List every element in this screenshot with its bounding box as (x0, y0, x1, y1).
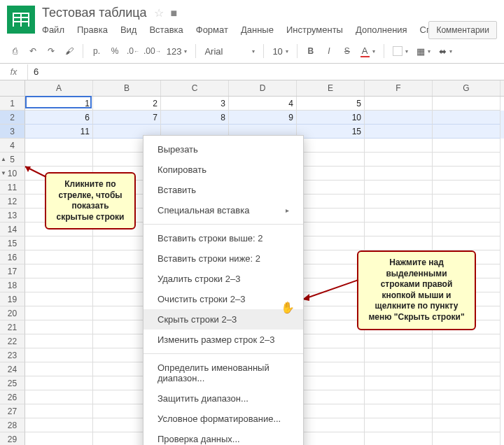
cell-A2[interactable]: 6 (25, 111, 93, 125)
comments-button[interactable]: Комментарии (428, 21, 497, 39)
row-header-10[interactable]: 10▼ (0, 167, 25, 181)
cell-F3[interactable] (365, 125, 433, 139)
cell-E25[interactable] (297, 376, 365, 390)
merge-dropdown[interactable]: ⬌▾ (436, 46, 455, 57)
ctx-условное-форматирование-[interactable]: Условное форматирование... (144, 409, 303, 429)
ctx-проверка-данных-[interactable]: Проверка данных... (144, 429, 303, 445)
percent-button[interactable]: % (107, 43, 122, 59)
cell-F22[interactable] (365, 334, 433, 348)
cell-F12[interactable] (365, 195, 433, 209)
dec-decrease-button[interactable]: .0← (125, 43, 141, 59)
col-header-C[interactable]: C (161, 80, 229, 96)
menu-вставка[interactable]: Вставка (149, 24, 183, 35)
cell-C1[interactable]: 3 (161, 97, 229, 111)
borders-dropdown[interactable]: ▦▾ (414, 46, 433, 57)
cell-E23[interactable] (297, 348, 365, 362)
cell-A24[interactable] (25, 362, 93, 376)
row-header-2[interactable]: 2 (0, 111, 25, 125)
cell-A18[interactable] (25, 278, 93, 292)
ctx-защитить-диапазон-[interactable]: Защитить диапазон... (144, 388, 303, 409)
cell-E24[interactable] (297, 362, 365, 376)
row-header-17[interactable]: 17 (0, 264, 25, 278)
cell-G2[interactable] (433, 111, 500, 125)
cell-E15[interactable] (297, 236, 365, 250)
cell-F5[interactable] (365, 153, 433, 167)
cell-E13[interactable] (297, 209, 365, 222)
cell-D1[interactable]: 4 (229, 97, 297, 111)
cell-G24[interactable] (433, 362, 500, 376)
cell-A29[interactable] (25, 432, 93, 445)
ctx-вырезать[interactable]: Вырезать (144, 139, 303, 160)
cell-A1[interactable]: 1 (25, 97, 93, 111)
cell-G10[interactable] (433, 167, 500, 181)
cell-A4[interactable] (25, 139, 93, 153)
ctx-определить-именованный-диапазон-[interactable]: Определить именованный диапазон... (144, 358, 303, 388)
cell-F14[interactable] (365, 222, 433, 236)
cell-E21[interactable] (297, 320, 365, 334)
row-header-4[interactable]: 4 (0, 139, 25, 153)
cell-G13[interactable] (433, 209, 500, 222)
cell-A27[interactable] (25, 404, 93, 418)
cell-G3[interactable] (433, 125, 500, 139)
cell-F27[interactable] (365, 404, 433, 418)
cell-E3[interactable]: 15 (297, 125, 365, 139)
cell-A22[interactable] (25, 334, 93, 348)
cell-G23[interactable] (433, 348, 500, 362)
row-header-24[interactable]: 24 (0, 362, 25, 376)
cell-G14[interactable] (433, 222, 500, 236)
row-header-13[interactable]: 13 (0, 209, 25, 222)
row-header-1[interactable]: 1 (0, 97, 25, 111)
cell-E11[interactable] (297, 181, 365, 195)
col-header-G[interactable]: G (433, 80, 500, 96)
cell-A5[interactable] (25, 153, 93, 167)
cell-E10[interactable] (297, 167, 365, 181)
cell-D2[interactable]: 9 (229, 111, 297, 125)
cell-G26[interactable] (433, 390, 500, 404)
menu-дополнения[interactable]: Дополнения (356, 24, 407, 35)
row-header-20[interactable]: 20 (0, 306, 25, 320)
cell-A28[interactable] (25, 418, 93, 432)
row-header-3[interactable]: 3 (0, 125, 25, 139)
redo-icon[interactable]: ↷ (43, 43, 59, 59)
col-header-A[interactable]: A (25, 80, 93, 96)
row-header-14[interactable]: 14 (0, 222, 25, 236)
row-header-12[interactable]: 12 (0, 195, 25, 209)
cell-A17[interactable] (25, 264, 93, 278)
cell-G4[interactable] (433, 139, 500, 153)
cell-F13[interactable] (365, 209, 433, 222)
unhide-arrow-icon[interactable]: ▼ (1, 167, 6, 181)
cell-G12[interactable] (433, 195, 500, 209)
menu-вид[interactable]: Вид (120, 24, 137, 35)
row-header-15[interactable]: 15 (0, 236, 25, 250)
cell-F15[interactable] (365, 236, 433, 250)
row-header-29[interactable]: 29 (0, 432, 25, 445)
folder-icon[interactable]: ■ (171, 7, 178, 20)
cell-A16[interactable] (25, 250, 93, 264)
strikethrough-button[interactable]: S (340, 43, 355, 59)
font-dropdown[interactable]: Arial▾ (202, 46, 258, 57)
cell-A21[interactable] (25, 320, 93, 334)
row-header-28[interactable]: 28 (0, 418, 25, 432)
dec-increase-button[interactable]: .00→ (144, 43, 161, 59)
cell-E16[interactable] (297, 250, 365, 264)
cell-E20[interactable] (297, 306, 365, 320)
cell-E29[interactable] (297, 432, 365, 445)
cell-G28[interactable] (433, 418, 500, 432)
cell-F10[interactable] (365, 167, 433, 181)
ctx-очистить-строки-2-3[interactable]: Очистить строки 2–3 (144, 289, 303, 309)
ctx-скрыть-строки-2-3[interactable]: Скрыть строки 2–3 (144, 309, 303, 330)
cell-A25[interactable] (25, 376, 93, 390)
fill-color-dropdown[interactable]: ▾ (390, 46, 411, 56)
row-header-18[interactable]: 18 (0, 278, 25, 292)
undo-icon[interactable]: ↶ (25, 43, 41, 59)
cell-C2[interactable]: 8 (161, 111, 229, 125)
cell-F23[interactable] (365, 348, 433, 362)
italic-button[interactable]: I (321, 43, 337, 59)
cell-G25[interactable] (433, 376, 500, 390)
ctx-изменить-размер-строк-2-3[interactable]: Изменить размер строк 2–3 (144, 330, 303, 350)
cell-F2[interactable] (365, 111, 433, 125)
cell-E27[interactable] (297, 404, 365, 418)
row-header-16[interactable]: 16 (0, 250, 25, 264)
cell-F26[interactable] (365, 390, 433, 404)
star-icon[interactable]: ☆ (154, 6, 164, 20)
